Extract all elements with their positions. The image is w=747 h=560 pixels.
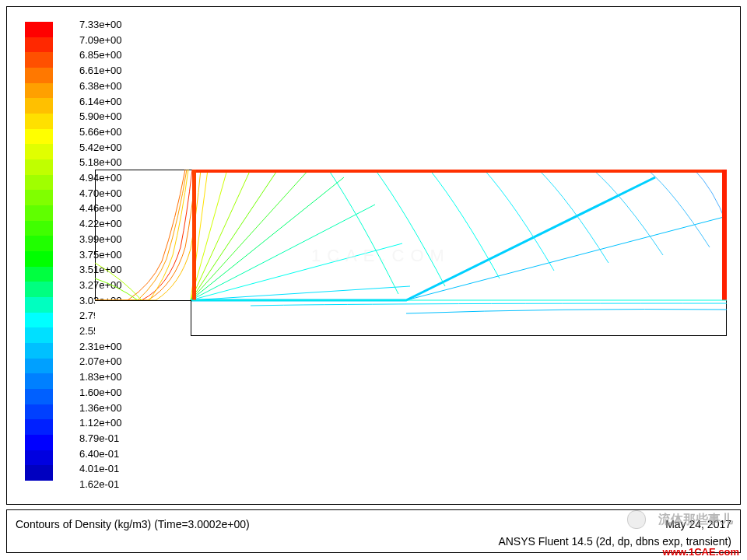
- colorbar-segment: [25, 297, 53, 313]
- colorbar-segment: [25, 98, 53, 114]
- colorbar-tick: 6.14e+00: [79, 94, 122, 110]
- colorbar-segment: [25, 359, 53, 374]
- colorbar-tick: 5.18e+00: [79, 155, 122, 170]
- colorbar-tick: 1.12e+00: [79, 415, 122, 431]
- colorbar-segment: [25, 373, 53, 389]
- colorbar-segment: [25, 129, 53, 145]
- colorbar: [25, 22, 53, 481]
- colorbar-tick: 5.90e+00: [79, 109, 122, 124]
- colorbar-tick: 4.01e-01: [79, 461, 122, 477]
- colorbar-segment: [25, 450, 53, 466]
- watermark-center: 1CAE.COM: [311, 246, 451, 266]
- colorbar-segment: [25, 343, 53, 359]
- colorbar-segment: [25, 68, 53, 83]
- colorbar-tick: 1.36e+00: [79, 401, 122, 416]
- footer-title: Contours of Density (kg/m3) (Time=3.0002…: [16, 518, 250, 530]
- colorbar-tick: 7.09e+00: [79, 33, 122, 48]
- colorbar-segment: [25, 83, 53, 99]
- watermark-text: 流体那些事儿: [658, 512, 733, 528]
- colorbar-segment: [25, 313, 53, 328]
- colorbar-segment: [25, 419, 53, 435]
- colorbar-segment: [25, 221, 53, 236]
- svg-rect-0: [195, 170, 727, 173]
- domain-step: [95, 300, 191, 336]
- colorbar-tick: 1.83e+00: [79, 369, 122, 385]
- colorbar-tick: 6.61e+00: [79, 63, 122, 79]
- wechat-icon: [627, 510, 646, 529]
- colorbar-segment: [25, 435, 53, 450]
- colorbar-segment: [25, 190, 53, 205]
- colorbar-tick: 8.79e-01: [79, 431, 122, 446]
- colorbar-segment: [25, 251, 53, 267]
- colorbar-tick: 5.42e+00: [79, 140, 122, 156]
- colorbar-segment: [25, 465, 53, 481]
- colorbar-tick: 2.31e+00: [79, 339, 122, 355]
- colorbar-tick: 5.66e+00: [79, 124, 122, 140]
- colorbar-tick: 6.40e-01: [79, 446, 122, 462]
- colorbar-segment: [25, 175, 53, 191]
- canvas: 7.33e+007.09e+006.85e+006.61e+006.38e+00…: [0, 0, 747, 560]
- colorbar-segment: [25, 37, 53, 53]
- colorbar-tick: 6.85e+00: [79, 47, 122, 63]
- colorbar-segment: [25, 267, 53, 282]
- colorbar-segment: [25, 22, 53, 37]
- watermark-url: www.1CAE.com: [663, 546, 739, 558]
- colorbar-segment: [25, 52, 53, 68]
- colorbar-segment: [25, 236, 53, 251]
- svg-rect-1: [192, 170, 196, 300]
- colorbar-tick: 2.07e+00: [79, 354, 122, 369]
- colorbar-segment: [25, 144, 53, 159]
- colorbar-segment: [25, 389, 53, 404]
- colorbar-tick: 7.33e+00: [79, 17, 122, 33]
- colorbar-segment: [25, 159, 53, 175]
- colorbar-segment: [25, 327, 53, 343]
- colorbar-tick: 6.38e+00: [79, 79, 122, 94]
- colorbar-segment: [25, 282, 53, 297]
- colorbar-tick: 1.60e+00: [79, 385, 122, 401]
- colorbar-segment: [25, 114, 53, 129]
- colorbar-tick: 1.62e-01: [79, 477, 122, 492]
- colorbar-segment: [25, 404, 53, 420]
- colorbar-segment: [25, 205, 53, 221]
- svg-rect-2: [722, 170, 727, 300]
